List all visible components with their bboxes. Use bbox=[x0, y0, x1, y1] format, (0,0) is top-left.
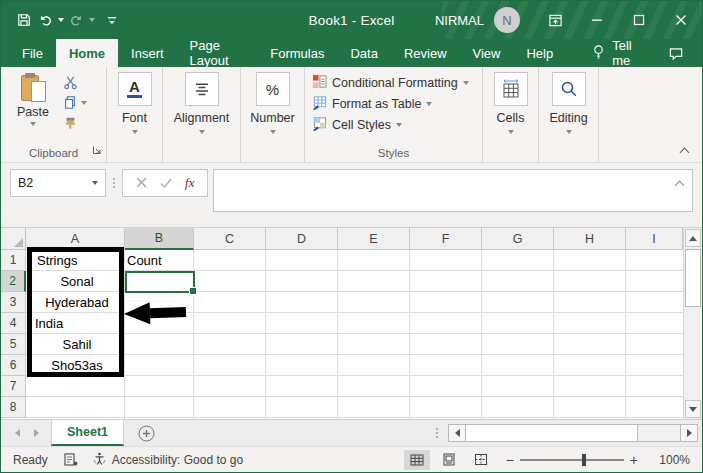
number-dropdown-icon[interactable] bbox=[270, 130, 276, 134]
expand-formula-bar-icon[interactable] bbox=[675, 181, 685, 191]
cells-dropdown-icon[interactable] bbox=[508, 130, 514, 134]
scroll-up-icon[interactable] bbox=[685, 229, 701, 247]
accessibility-status[interactable]: Accessibility: Good to go bbox=[92, 451, 243, 469]
customize-quick-access-icon[interactable] bbox=[104, 11, 120, 29]
copy-dropdown-icon[interactable] bbox=[81, 101, 87, 105]
format-as-table-button[interactable]: Format as Table bbox=[312, 93, 432, 114]
save-icon[interactable] bbox=[15, 10, 33, 30]
paste-button[interactable]: Paste bbox=[11, 72, 55, 126]
row-header-7[interactable]: 7 bbox=[1, 376, 26, 397]
collapse-ribbon-icon[interactable] bbox=[681, 145, 690, 154]
column-header-e[interactable]: E bbox=[338, 228, 410, 250]
redo-dropdown-icon[interactable] bbox=[89, 18, 95, 22]
name-box-dropdown-icon[interactable] bbox=[92, 181, 98, 185]
row-header-6[interactable]: 6 bbox=[1, 355, 26, 376]
horizontal-scroll-track[interactable] bbox=[638, 424, 680, 442]
horizontal-scroll-thumb[interactable] bbox=[466, 424, 638, 442]
conditional-formatting-dropdown-icon[interactable] bbox=[463, 81, 469, 85]
tab-insert[interactable]: Insert bbox=[118, 39, 177, 67]
tell-me-search[interactable]: Tell me bbox=[580, 39, 650, 67]
alignment-group[interactable]: Alignment bbox=[163, 67, 241, 162]
tab-file[interactable]: File bbox=[9, 39, 56, 67]
column-header-c[interactable]: C bbox=[194, 228, 266, 250]
page-break-preview-icon[interactable] bbox=[468, 450, 494, 470]
column-header-d[interactable]: D bbox=[266, 228, 338, 250]
number-group[interactable]: % Number bbox=[241, 67, 305, 162]
cell-b1[interactable]: Count bbox=[127, 250, 193, 271]
clipboard-dialog-launcher-icon[interactable] bbox=[92, 144, 102, 158]
tab-data[interactable]: Data bbox=[337, 39, 390, 67]
sheet-tab-sheet1[interactable]: Sheet1 bbox=[51, 420, 124, 446]
cells-group[interactable]: Cells bbox=[483, 67, 539, 162]
row-header-4[interactable]: 4 bbox=[1, 313, 26, 334]
row-header-8[interactable]: 8 bbox=[1, 397, 26, 418]
format-painter-button[interactable] bbox=[63, 114, 87, 131]
ribbon-display-options-icon[interactable] bbox=[534, 1, 576, 39]
page-layout-view-icon[interactable] bbox=[436, 450, 462, 470]
zoom-level[interactable]: 100% bbox=[648, 453, 690, 467]
row-header-5[interactable]: 5 bbox=[1, 334, 26, 355]
column-header-g[interactable]: G bbox=[482, 228, 554, 250]
next-sheet-icon[interactable] bbox=[34, 429, 39, 437]
copy-button[interactable] bbox=[63, 94, 87, 111]
scroll-down-icon[interactable] bbox=[685, 400, 701, 418]
column-header-i[interactable]: I bbox=[626, 228, 683, 250]
select-all-corner[interactable] bbox=[1, 228, 26, 250]
tabbar-splitter[interactable] bbox=[436, 428, 438, 438]
tab-review[interactable]: Review bbox=[391, 39, 460, 67]
grid-area[interactable]: A B C D E F G H I 1 2 3 4 5 6 7 8 bbox=[1, 228, 683, 419]
zoom-out-button[interactable]: − bbox=[500, 452, 520, 468]
formula-input[interactable] bbox=[213, 169, 693, 212]
tab-formulas[interactable]: Formulas bbox=[257, 39, 337, 67]
format-as-table-dropdown-icon[interactable] bbox=[426, 102, 432, 106]
tab-page-layout[interactable]: Page Layout bbox=[177, 39, 258, 67]
zoom-slider[interactable] bbox=[520, 459, 624, 461]
undo-icon[interactable] bbox=[36, 10, 55, 30]
feedback-icon[interactable] bbox=[650, 39, 702, 67]
column-header-f[interactable]: F bbox=[410, 228, 482, 250]
cell-styles-dropdown-icon[interactable] bbox=[396, 123, 402, 127]
maximize-button[interactable] bbox=[618, 1, 660, 39]
column-header-h[interactable]: H bbox=[554, 228, 626, 250]
zoom-slider-handle[interactable] bbox=[582, 454, 586, 466]
cancel-icon[interactable] bbox=[136, 174, 147, 192]
row-header-3[interactable]: 3 bbox=[1, 292, 26, 313]
insert-function-button[interactable]: fx bbox=[185, 175, 195, 191]
vertical-scroll-thumb[interactable] bbox=[685, 249, 701, 307]
horizontal-scrollbar[interactable] bbox=[436, 423, 698, 443]
tab-help[interactable]: Help bbox=[513, 39, 566, 67]
font-group[interactable]: A Font bbox=[107, 67, 163, 162]
clipboard-group-label: Clipboard bbox=[1, 147, 106, 159]
scroll-left-icon[interactable] bbox=[448, 424, 466, 442]
name-box[interactable]: B2 bbox=[10, 169, 106, 197]
formula-bar-resizer[interactable] bbox=[106, 169, 122, 197]
conditional-formatting-button[interactable]: Conditional Formatting bbox=[312, 72, 469, 93]
editing-dropdown-icon[interactable] bbox=[566, 130, 572, 134]
minimize-button[interactable] bbox=[576, 1, 618, 39]
vertical-scrollbar[interactable] bbox=[683, 228, 702, 419]
redo-icon[interactable] bbox=[67, 10, 86, 30]
normal-view-icon[interactable] bbox=[404, 450, 430, 470]
avatar[interactable]: N bbox=[494, 7, 520, 33]
row-header-1[interactable]: 1 bbox=[1, 250, 26, 271]
tab-home[interactable]: Home bbox=[56, 39, 118, 67]
paste-dropdown-icon[interactable] bbox=[30, 122, 36, 126]
editing-group[interactable]: Editing bbox=[539, 67, 599, 162]
macro-record-icon[interactable] bbox=[64, 453, 78, 466]
row-header-2[interactable]: 2 bbox=[1, 271, 26, 292]
new-sheet-button[interactable] bbox=[138, 420, 155, 446]
alignment-dropdown-icon[interactable] bbox=[199, 130, 205, 134]
enter-check-icon[interactable] bbox=[160, 174, 172, 192]
font-dropdown-icon[interactable] bbox=[132, 130, 138, 134]
cell-styles-button[interactable]: Cell Styles bbox=[312, 114, 402, 135]
close-button[interactable] bbox=[660, 1, 702, 39]
previous-sheet-icon[interactable] bbox=[15, 429, 20, 437]
tab-view[interactable]: View bbox=[460, 39, 514, 67]
selected-cell-b2[interactable] bbox=[125, 271, 195, 293]
column-header-b[interactable]: B bbox=[125, 228, 194, 250]
zoom-in-button[interactable]: + bbox=[624, 452, 644, 468]
cut-button[interactable] bbox=[63, 74, 87, 91]
undo-dropdown-icon[interactable] bbox=[58, 18, 64, 22]
user-name[interactable]: NIRMAL bbox=[435, 13, 484, 28]
scroll-right-icon[interactable] bbox=[680, 424, 698, 442]
